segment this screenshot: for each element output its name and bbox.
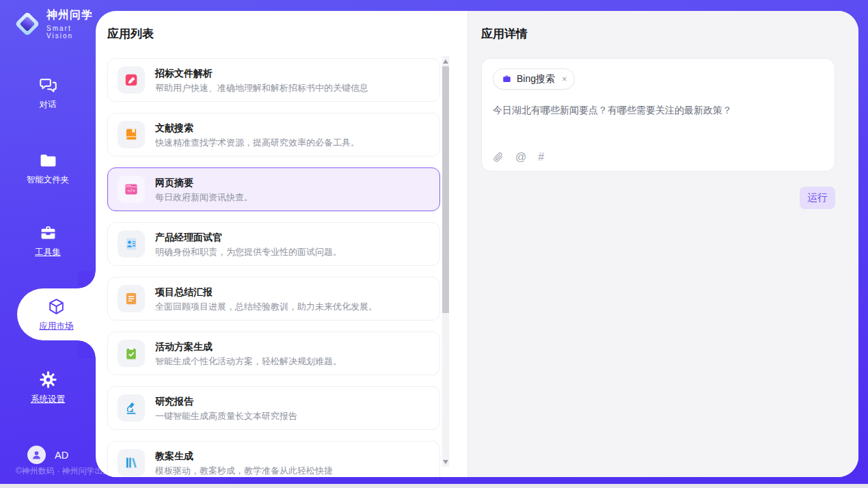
scrollbar-thumb[interactable] — [442, 66, 449, 313]
sidebar-item-settings[interactable]: 系统设置 — [0, 371, 96, 404]
app-list-title: 应用列表 — [107, 26, 467, 42]
app-card-description: 明确身份和职责，为您提供专业性的面试问题。 — [155, 247, 342, 256]
sidebar-item-toolset[interactable]: 工具集 — [0, 224, 96, 257]
logo-title: 神州问学 — [46, 8, 96, 23]
app-card[interactable]: 招标文件解析帮助用户快速、准确地理解和解析招标书中的关键信息 — [107, 58, 440, 102]
app-card[interactable]: </>网页摘要每日政府新闻资讯快查。 — [107, 167, 440, 211]
sidebar-item-label: 应用市场 — [40, 321, 74, 332]
app-card-description: 每日政府新闻资讯快查。 — [155, 193, 253, 202]
page: 神州问学 Smart Vision 对话智能文件夹工具集应用市场系统设置 AD … — [0, 0, 868, 488]
app-card-title: 网页摘要 — [155, 178, 253, 187]
interviewer-icon — [118, 230, 145, 258]
toolbox-icon — [39, 223, 57, 242]
app-card[interactable]: 文献搜索快速精准查找学术资源，提高研究效率的必备工具。 — [107, 113, 440, 157]
book-icon — [118, 121, 145, 148]
microscope-icon — [118, 394, 145, 422]
app-card-description: 全面回顾项目进展，总结经验教训，助力未来优化发展。 — [155, 302, 377, 311]
content-panel: 应用列表 招标文件解析帮助用户快速、准确地理解和解析招标书中的关键信息文献搜索快… — [96, 11, 858, 477]
app-window: 神州问学 Smart Vision 对话智能文件夹工具集应用市场系统设置 AD … — [0, 0, 868, 484]
app-card-title: 研究报告 — [155, 396, 297, 406]
user-name: AD — [55, 450, 68, 461]
app-detail-title: 应用详情 — [481, 26, 835, 42]
svg-text:</>: </> — [127, 188, 135, 193]
scrollbar-track[interactable] — [442, 56, 449, 467]
document-edit-icon — [118, 66, 145, 94]
sidebar-nav: 对话智能文件夹工具集应用市场系统设置 — [0, 77, 96, 404]
app-card-list: 招标文件解析帮助用户快速、准确地理解和解析招标书中的关键信息文献搜索快速精准查找… — [107, 58, 440, 477]
report-icon — [118, 285, 145, 312]
sidebar: 神州问学 Smart Vision 对话智能文件夹工具集应用市场系统设置 AD … — [0, 0, 96, 484]
app-card-description: 帮助用户快速、准确地理解和解析招标书中的关键信息 — [155, 83, 368, 92]
app-list-panel: 应用列表 招标文件解析帮助用户快速、准确地理解和解析招标书中的关键信息文献搜索快… — [96, 11, 467, 477]
sidebar-item-smart-folder[interactable]: 智能文件夹 — [0, 152, 96, 185]
chat-icon — [39, 76, 57, 94]
app-card-title: 招标文件解析 — [155, 68, 368, 78]
books-icon — [118, 449, 145, 476]
sidebar-item-app-market[interactable]: 应用市场 — [17, 288, 96, 340]
sidebar-item-label: 智能文件夹 — [27, 174, 70, 186]
app-card[interactable]: 研究报告一键智能生成高质量长文本研究报告 — [107, 386, 440, 430]
app-logo: 神州问学 Smart Vision — [14, 8, 96, 40]
app-card-description: 智能生成个性化活动方案，轻松解决规划难题。 — [155, 357, 342, 366]
app-card-title: 活动方案生成 — [155, 342, 342, 351]
app-card-title: 教案生成 — [155, 451, 333, 461]
avatar — [27, 446, 46, 464]
folder-icon — [39, 151, 57, 170]
run-button[interactable]: 运行 — [800, 187, 835, 209]
app-detail-panel: 应用详情 Bing搜索 × 今日湖北有哪些新闻要点？有哪些需要关注的最新政策？ … — [467, 11, 858, 477]
app-card-title: 项目总结汇报 — [155, 287, 377, 297]
copyright-footer: ©神州数码 · 神州问学出品 — [16, 465, 111, 477]
sidebar-item-label: 对话 — [40, 99, 57, 111]
app-card-title: 产品经理面试官 — [155, 232, 342, 242]
app-card-title: 文献搜索 — [155, 123, 360, 133]
plugin-tag-label: Bing搜索 — [517, 73, 555, 85]
app-card[interactable]: 产品经理面试官明确身份和职责，为您提供专业性的面试问题。 — [107, 222, 440, 266]
scroll-down-button[interactable] — [442, 457, 449, 466]
composer-card: Bing搜索 × 今日湖北有哪些新闻要点？有哪些需要关注的最新政策？ @# — [481, 58, 835, 172]
app-card-description: 一键智能生成高质量长文本研究报告 — [155, 411, 297, 420]
app-card[interactable]: 活动方案生成智能生成个性化活动方案，轻松解决规划难题。 — [107, 331, 440, 375]
at-icon[interactable]: @ — [515, 152, 526, 163]
composer-toolbar: @# — [493, 152, 824, 163]
close-icon[interactable]: × — [562, 74, 567, 83]
app-card[interactable]: 项目总结汇报全面回顾项目进展，总结经验教训，助力未来优化发展。 — [107, 277, 440, 321]
diamond-logo-icon — [14, 10, 41, 38]
user-account[interactable]: AD — [27, 446, 68, 464]
app-card-description: 快速精准查找学术资源，提高研究效率的必备工具。 — [155, 138, 360, 147]
paperclip-icon[interactable] — [493, 152, 504, 163]
sidebar-item-chat[interactable]: 对话 — [0, 77, 96, 109]
prompt-text[interactable]: 今日湖北有哪些新闻要点？有哪些需要关注的最新政策？ — [493, 105, 824, 152]
sidebar-item-label: 系统设置 — [31, 394, 65, 405]
gear-icon — [39, 370, 57, 389]
clipboard-check-icon — [118, 340, 145, 367]
app-card[interactable]: 教案生成模板驱动，教案秒成，教学准备从此轻松快捷 — [107, 441, 440, 477]
cube-icon — [47, 297, 66, 316]
app-card-description: 模板驱动，教案秒成，教学准备从此轻松快捷 — [155, 466, 333, 475]
hash-icon[interactable]: # — [538, 152, 544, 163]
browser-code-icon: </> — [118, 176, 145, 203]
briefcase-icon — [502, 74, 512, 84]
sidebar-item-label: 工具集 — [35, 247, 61, 258]
logo-subtitle: Smart Vision — [46, 25, 96, 40]
scroll-up-button[interactable] — [442, 57, 449, 66]
plugin-tag-bing-search[interactable]: Bing搜索 × — [493, 68, 575, 90]
